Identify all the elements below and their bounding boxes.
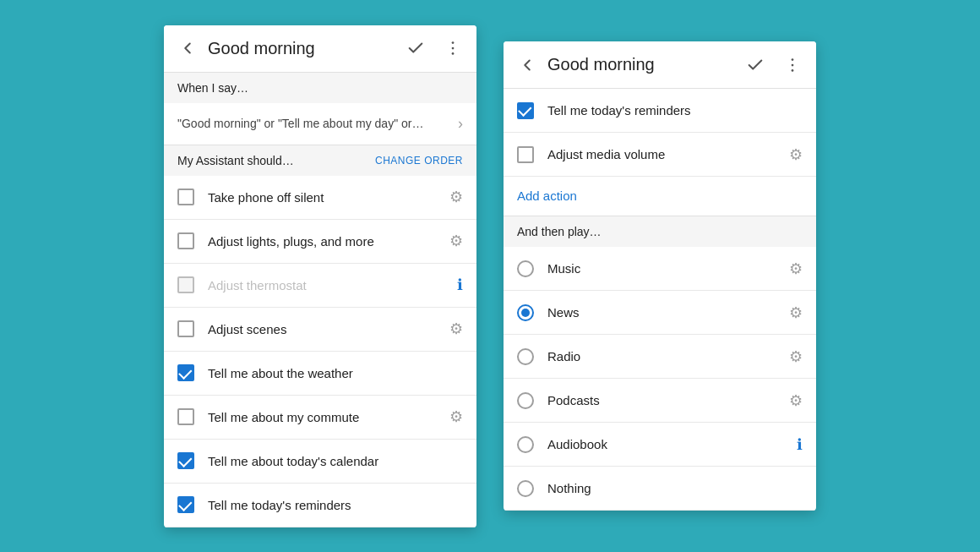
gear-icon-phone-silent[interactable]: ⚙ xyxy=(449,188,463,206)
right-header: Good morning xyxy=(504,41,816,89)
checkbox-weather[interactable] xyxy=(177,364,194,381)
svg-point-5 xyxy=(792,69,794,72)
radio-podcasts[interactable] xyxy=(517,392,534,409)
phrase-text: "Good morning" or "Tell me about my day"… xyxy=(177,117,458,130)
gear-icon-media-volume[interactable]: ⚙ xyxy=(789,145,803,164)
action-label-adjust-lights: Adjust lights, plugs, and more xyxy=(208,234,449,249)
action-label-adjust-scenes: Adjust scenes xyxy=(208,322,449,336)
svg-point-1 xyxy=(452,47,455,50)
left-panel-title: Good morning xyxy=(208,39,399,58)
left-more-button[interactable] xyxy=(436,31,470,65)
right-back-button[interactable] xyxy=(510,48,544,82)
action-item-adjust-scenes: Adjust scenes ⚙ xyxy=(164,308,476,352)
action-label-weather: Tell me about the weather xyxy=(208,366,463,380)
change-order-button[interactable]: CHANGE ORDER xyxy=(375,155,463,167)
gear-icon-adjust-lights[interactable]: ⚙ xyxy=(449,232,463,250)
svg-point-2 xyxy=(452,52,455,55)
svg-point-3 xyxy=(792,58,794,61)
svg-point-0 xyxy=(452,41,455,44)
play-item-audiobook: Audiobook ℹ xyxy=(504,423,816,467)
gear-icon-radio[interactable]: ⚙ xyxy=(789,347,803,366)
checkbox-commute[interactable] xyxy=(177,408,194,425)
action-item-commute: Tell me about my commute ⚙ xyxy=(164,396,476,440)
play-item-podcasts: Podcasts ⚙ xyxy=(504,379,816,423)
checkbox-adjust-thermostat xyxy=(177,276,194,293)
add-action-label: Add action xyxy=(517,189,577,203)
play-item-music: Music ⚙ xyxy=(504,247,816,291)
action-item-media-volume: Adjust media volume ⚙ xyxy=(504,133,816,177)
play-label-audiobook: Audiobook xyxy=(547,437,797,451)
assistant-section-label: My Assistant should… xyxy=(177,154,294,167)
right-panel-title: Good morning xyxy=(547,55,738,74)
action-item-adjust-thermostat: Adjust thermostat ℹ xyxy=(164,264,476,308)
play-label-podcasts: Podcasts xyxy=(547,393,789,407)
checkbox-adjust-lights[interactable] xyxy=(177,232,194,249)
left-check-button[interactable] xyxy=(399,31,433,65)
checkbox-tell-reminders[interactable] xyxy=(517,102,534,119)
radio-nothing[interactable] xyxy=(517,480,534,497)
play-item-radio: Radio ⚙ xyxy=(504,335,816,379)
right-header-actions xyxy=(738,48,809,82)
action-label-calendar: Tell me about today's calendar xyxy=(208,454,463,468)
left-header: Good morning xyxy=(164,25,476,73)
play-label-music: Music xyxy=(547,261,789,276)
and-then-play-header: And then play… xyxy=(504,216,816,247)
right-scroll-area: Tell me today's reminders Adjust media v… xyxy=(504,89,816,511)
action-label-media-volume: Adjust media volume xyxy=(547,147,789,161)
action-label-tell-reminders: Tell me today's reminders xyxy=(547,103,803,118)
checkbox-media-volume[interactable] xyxy=(517,146,534,163)
gear-icon-podcasts[interactable]: ⚙ xyxy=(789,391,803,410)
radio-music[interactable] xyxy=(517,260,534,277)
right-more-button[interactable] xyxy=(776,48,809,82)
add-action-row[interactable]: Add action xyxy=(504,177,816,216)
action-label-adjust-thermostat: Adjust thermostat xyxy=(208,278,457,292)
checkbox-phone-silent[interactable] xyxy=(177,189,194,205)
chevron-right-icon: › xyxy=(458,115,463,133)
gear-icon-commute[interactable]: ⚙ xyxy=(449,407,463,426)
action-item-weather: Tell me about the weather xyxy=(164,352,476,396)
gear-icon-music[interactable]: ⚙ xyxy=(789,260,803,278)
gear-icon-news[interactable]: ⚙ xyxy=(789,303,803,322)
left-scroll-area: When I say… "Good morning" or "Tell me a… xyxy=(164,73,476,527)
left-back-button[interactable] xyxy=(171,31,204,65)
svg-point-4 xyxy=(792,63,794,66)
action-item-reminders: Tell me today's reminders xyxy=(164,484,476,527)
action-label-phone-silent: Take phone off silent xyxy=(208,190,449,205)
play-item-nothing: Nothing xyxy=(504,467,816,511)
right-check-button[interactable] xyxy=(738,48,772,82)
left-panel: Good morning When I say… "Good morning" … xyxy=(164,25,476,527)
action-item-phone-silent: Take phone off silent ⚙ xyxy=(164,176,476,220)
left-header-actions xyxy=(399,31,470,65)
info-icon-audiobook[interactable]: ℹ xyxy=(797,435,803,454)
radio-news[interactable] xyxy=(517,304,534,321)
right-panel: Good morning Tell me today's reminders A… xyxy=(504,41,816,511)
phrase-row[interactable]: "Good morning" or "Tell me about my day"… xyxy=(164,103,476,145)
radio-radio[interactable] xyxy=(517,348,534,365)
radio-audiobook[interactable] xyxy=(517,436,534,453)
checkbox-reminders[interactable] xyxy=(177,496,194,513)
action-item-tell-reminders: Tell me today's reminders xyxy=(504,89,816,133)
play-label-radio: Radio xyxy=(547,349,789,363)
play-label-news: News xyxy=(547,305,789,320)
action-label-commute: Tell me about my commute xyxy=(208,410,449,424)
play-item-news: News ⚙ xyxy=(504,291,816,335)
action-label-reminders: Tell me today's reminders xyxy=(208,498,463,512)
action-item-calendar: Tell me about today's calendar xyxy=(164,440,476,484)
gear-icon-adjust-scenes[interactable]: ⚙ xyxy=(449,320,463,338)
play-label-nothing: Nothing xyxy=(547,481,803,495)
assistant-section-header: My Assistant should… CHANGE ORDER xyxy=(164,145,476,176)
action-item-adjust-lights: Adjust lights, plugs, and more ⚙ xyxy=(164,220,476,264)
info-icon-thermostat[interactable]: ℹ xyxy=(457,276,463,294)
when-i-say-header: When I say… xyxy=(164,73,476,103)
checkbox-adjust-scenes[interactable] xyxy=(177,320,194,337)
checkbox-calendar[interactable] xyxy=(177,452,194,469)
